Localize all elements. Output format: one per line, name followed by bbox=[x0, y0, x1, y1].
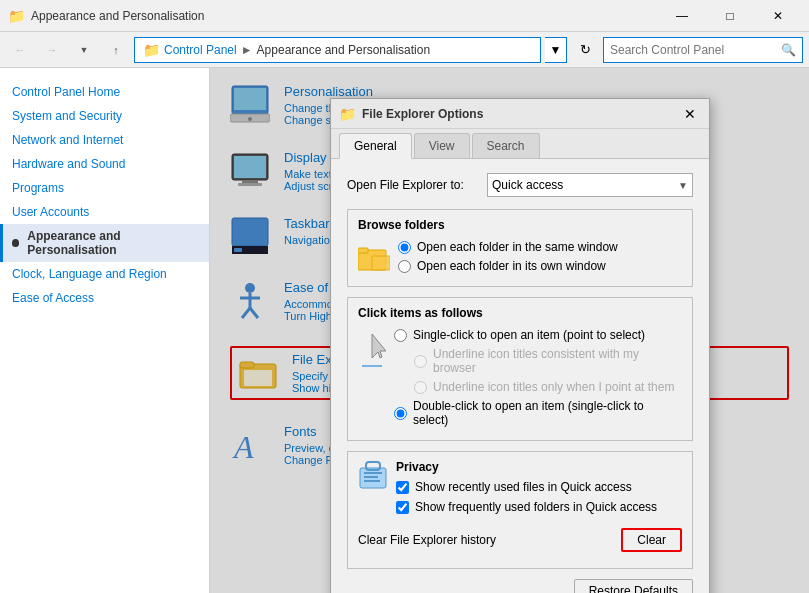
dialog-body: Open File Explorer to: Quick access ▼ Br… bbox=[331, 159, 709, 593]
sidebar-item-ease-access[interactable]: Ease of Access bbox=[0, 286, 209, 310]
privacy-group: Privacy Show recently used files in Quic… bbox=[347, 451, 693, 569]
restore-row: Restore Defaults bbox=[347, 579, 693, 593]
recent-locations-button[interactable]: ▼ bbox=[70, 36, 98, 64]
window-icon: 📁 bbox=[8, 8, 25, 24]
search-icon: 🔍 bbox=[781, 43, 796, 57]
clear-label: Clear File Explorer history bbox=[358, 533, 621, 547]
radio-underline-browser-label: Underline icon titles consistent with my… bbox=[433, 347, 682, 375]
sidebar-label: User Accounts bbox=[12, 205, 89, 219]
main-area: Control Panel Home System and Security N… bbox=[0, 68, 809, 593]
sidebar-item-control-panel-home[interactable]: Control Panel Home bbox=[0, 80, 209, 104]
breadcrumb-current: Appearance and Personalisation bbox=[257, 43, 430, 57]
tab-view[interactable]: View bbox=[414, 133, 470, 158]
checkbox-recent-files-row: Show recently used files in Quick access bbox=[396, 480, 682, 494]
sidebar-item-user-accounts[interactable]: User Accounts bbox=[0, 200, 209, 224]
browse-radios: Open each folder in the same window Open… bbox=[398, 240, 618, 278]
radio-double-click-row: Double-click to open an item (single-cli… bbox=[394, 399, 682, 427]
dot-icon bbox=[12, 239, 19, 247]
sidebar-item-appearance[interactable]: Appearance and Personalisation bbox=[0, 224, 209, 262]
sidebar-item-system-security[interactable]: System and Security bbox=[0, 104, 209, 128]
sidebar-label: Appearance and Personalisation bbox=[27, 229, 197, 257]
radio-underline-browser-row: Underline icon titles consistent with my… bbox=[414, 347, 682, 375]
radio-underline-hover-row: Underline icon titles only when I point … bbox=[414, 380, 682, 394]
refresh-button[interactable]: ↻ bbox=[571, 36, 599, 64]
open-selected: Quick access bbox=[492, 178, 678, 192]
svg-rect-26 bbox=[364, 476, 378, 478]
privacy-title: Privacy bbox=[396, 460, 682, 474]
breadcrumb-panel: Control Panel bbox=[164, 43, 237, 57]
dialog-overlay: 📁 File Explorer Options ✕ General View S… bbox=[210, 68, 809, 593]
minimize-button[interactable]: — bbox=[659, 0, 705, 32]
clear-history-row: Clear File Explorer history Clear bbox=[358, 528, 682, 552]
sidebar-label: Ease of Access bbox=[12, 291, 94, 305]
radio-double-click-label: Double-click to open an item (single-cli… bbox=[413, 399, 682, 427]
radio-same-window-label: Open each folder in the same window bbox=[417, 240, 618, 254]
dialog-tabs: General View Search bbox=[331, 129, 709, 159]
click-items-group: Click items as follows Single-click to o… bbox=[347, 297, 693, 441]
address-bar: ← → ▼ ↑ 📁 Control Panel ► Appearance and… bbox=[0, 32, 809, 68]
privacy-checkboxes: Privacy Show recently used files in Quic… bbox=[396, 460, 682, 520]
radio-single-click-row: Single-click to open an item (point to s… bbox=[394, 328, 682, 342]
radio-own-window-label: Open each folder in its own window bbox=[417, 259, 606, 273]
click-radios: Single-click to open an item (point to s… bbox=[394, 328, 682, 432]
sidebar-label: Programs bbox=[12, 181, 64, 195]
radio-own-window-row: Open each folder in its own window bbox=[398, 259, 618, 273]
content-area: Personalisation Change the theme | Chang… bbox=[210, 68, 809, 593]
sidebar: Control Panel Home System and Security N… bbox=[0, 68, 210, 593]
sidebar-item-clock-language[interactable]: Clock, Language and Region bbox=[0, 262, 209, 286]
sidebar-label: Clock, Language and Region bbox=[12, 267, 167, 281]
radio-single-click-label: Single-click to open an item (point to s… bbox=[413, 328, 645, 342]
address-path[interactable]: 📁 Control Panel ► Appearance and Persona… bbox=[134, 37, 541, 63]
dialog-title-bar: 📁 File Explorer Options ✕ bbox=[331, 99, 709, 129]
checkbox-frequent-folders-row: Show frequently used folders in Quick ac… bbox=[396, 500, 682, 514]
radio-underline-hover-label: Underline icon titles only when I point … bbox=[433, 380, 674, 394]
radio-single-click[interactable] bbox=[394, 329, 407, 342]
back-button[interactable]: ← bbox=[6, 36, 34, 64]
sidebar-label: Network and Internet bbox=[12, 133, 123, 147]
up-button[interactable]: ↑ bbox=[102, 36, 130, 64]
open-explorer-row: Open File Explorer to: Quick access ▼ bbox=[347, 173, 693, 197]
svg-rect-25 bbox=[364, 472, 382, 474]
svg-rect-22 bbox=[372, 256, 390, 270]
clear-button[interactable]: Clear bbox=[621, 528, 682, 552]
radio-own-window[interactable] bbox=[398, 260, 411, 273]
checkbox-frequent-folders[interactable] bbox=[396, 501, 409, 514]
dialog-title: File Explorer Options bbox=[362, 107, 679, 121]
sidebar-label: Control Panel Home bbox=[12, 85, 120, 99]
dialog-icon: 📁 bbox=[339, 106, 356, 122]
radio-double-click[interactable] bbox=[394, 407, 407, 420]
title-bar: 📁 Appearance and Personalisation — □ ✕ bbox=[0, 0, 809, 32]
restore-defaults-button[interactable]: Restore Defaults bbox=[574, 579, 693, 593]
checkbox-recent-files-label: Show recently used files in Quick access bbox=[415, 480, 632, 494]
breadcrumb-sep: ► bbox=[241, 43, 253, 57]
sidebar-label: Hardware and Sound bbox=[12, 157, 125, 171]
search-input[interactable] bbox=[610, 43, 781, 57]
tab-search[interactable]: Search bbox=[472, 133, 540, 158]
tab-general[interactable]: General bbox=[339, 133, 412, 159]
svg-rect-21 bbox=[358, 248, 368, 253]
file-explorer-options-dialog: 📁 File Explorer Options ✕ General View S… bbox=[330, 98, 710, 593]
browse-folders-group: Browse folders Open each folder in th bbox=[347, 209, 693, 287]
click-items-title: Click items as follows bbox=[358, 306, 682, 320]
browse-folders-title: Browse folders bbox=[358, 218, 682, 232]
open-label: Open File Explorer to: bbox=[347, 178, 487, 192]
sidebar-item-network-internet[interactable]: Network and Internet bbox=[0, 128, 209, 152]
maximize-button[interactable]: □ bbox=[707, 0, 753, 32]
checkbox-recent-files[interactable] bbox=[396, 481, 409, 494]
checkbox-frequent-folders-label: Show frequently used folders in Quick ac… bbox=[415, 500, 657, 514]
window-title: Appearance and Personalisation bbox=[31, 9, 659, 23]
svg-rect-27 bbox=[364, 480, 380, 482]
radio-same-window[interactable] bbox=[398, 241, 411, 254]
sidebar-item-hardware-sound[interactable]: Hardware and Sound bbox=[0, 152, 209, 176]
close-button[interactable]: ✕ bbox=[755, 0, 801, 32]
sidebar-label: System and Security bbox=[12, 109, 122, 123]
dialog-close-button[interactable]: ✕ bbox=[679, 103, 701, 125]
radio-underline-hover bbox=[414, 381, 427, 394]
forward-button[interactable]: → bbox=[38, 36, 66, 64]
address-dropdown[interactable]: ▼ bbox=[545, 37, 567, 63]
search-box[interactable]: 🔍 bbox=[603, 37, 803, 63]
sidebar-item-programs[interactable]: Programs bbox=[0, 176, 209, 200]
dropdown-arrow-icon: ▼ bbox=[678, 180, 688, 191]
radio-underline-browser bbox=[414, 355, 427, 368]
window-controls: — □ ✕ bbox=[659, 0, 801, 32]
